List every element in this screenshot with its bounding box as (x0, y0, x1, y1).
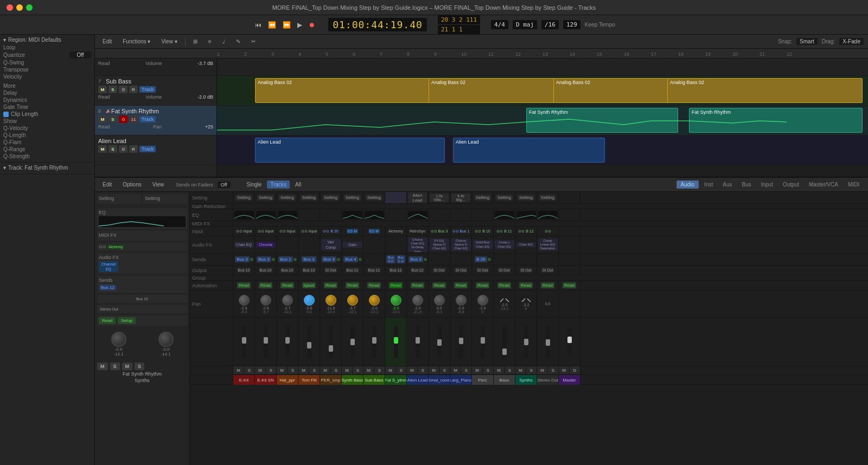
out-6[interactable]: Bus 11 (342, 266, 363, 275)
solo-btn-13[interactable]: S (505, 366, 515, 374)
fx-13[interactable]: Comp xChan EQ (494, 236, 515, 253)
knob-10[interactable]: 0.0 -9.1 (429, 290, 450, 317)
send-1[interactable]: Bus 3⊙ (233, 254, 255, 265)
clip-checkbox[interactable] (3, 112, 9, 117)
fader-10[interactable] (429, 318, 450, 366)
solo-btn-7[interactable]: S (374, 366, 385, 374)
out-8[interactable]: Bus 12 (385, 266, 407, 275)
auto-12[interactable]: Read (472, 281, 494, 290)
mute-btn-11[interactable]: M (450, 366, 461, 374)
sends-off-btn[interactable]: Off (218, 182, 231, 188)
ch-label-5[interactable]: PER_smp (320, 375, 342, 385)
ch-label-3[interactable]: Hat_ppr (277, 375, 298, 385)
fader-3[interactable] (277, 318, 298, 366)
out-14[interactable]: St Out (515, 266, 537, 275)
tracks-btn[interactable]: Tracks (267, 180, 290, 189)
all-btn[interactable]: All (292, 180, 304, 189)
mute-btn-3[interactable]: M (277, 366, 288, 374)
solo-btn-9[interactable]: S (418, 366, 428, 374)
mixer-edit-menu[interactable]: Edit (99, 180, 115, 189)
inspector-track-header[interactable]: ▾ Track: Fat Synth Rhythm (3, 165, 91, 171)
input-2[interactable]: ⊙⊙ Input (255, 227, 277, 236)
send-11[interactable] (450, 254, 472, 265)
out-2[interactable]: Bus 10 (255, 266, 277, 275)
ls-pan-knob-2[interactable] (158, 332, 174, 347)
time-display[interactable]: 01:00:44:19.40 (328, 18, 427, 31)
functions-menu[interactable]: Functions ▾ (119, 37, 154, 46)
ch-label-7[interactable]: Sub Bass (363, 375, 385, 385)
keep-tempo-label[interactable]: Keep Tempo (585, 22, 615, 28)
knob-7[interactable]: -2.0 -13.1 (363, 290, 385, 317)
time-sig[interactable]: 4/4 (491, 20, 508, 29)
ch-label-10[interactable]: Smal_room (429, 375, 450, 385)
edit-menu[interactable]: Edit (99, 37, 115, 46)
mute-btn-4[interactable]: M (298, 366, 309, 374)
auto-16[interactable]: Read (559, 281, 580, 290)
fat-synth-region-2[interactable]: Fat Synth Rhythm (689, 108, 863, 133)
knob-12[interactable]: -2.0 0 (472, 290, 494, 317)
knob-5[interactable]: -11.8 -10.3 (320, 290, 342, 317)
mute-btn-14[interactable]: M (515, 366, 526, 374)
ch-setting-11[interactable]: Setting (515, 192, 537, 203)
solo-btn-5[interactable]: S (331, 366, 341, 374)
pan-knob-3[interactable] (282, 295, 293, 306)
drag-value[interactable]: X-Fade (839, 38, 864, 45)
solo-btn-2[interactable]: S (266, 366, 276, 374)
mute-btn-10[interactable]: M (429, 366, 439, 374)
mute-btn-15[interactable]: M (537, 366, 548, 374)
out-12[interactable]: St Out (472, 266, 494, 275)
pan-knob-8[interactable] (391, 295, 401, 306)
ch-label-16[interactable]: Master (559, 375, 580, 385)
tempo-display[interactable]: 129 (563, 20, 580, 29)
auto-9[interactable]: Read (407, 281, 429, 290)
out-9[interactable]: Bus 12 (407, 266, 429, 275)
input-1[interactable]: ⊙⊙ Input (233, 227, 255, 236)
bus-tab[interactable]: Bus (737, 180, 755, 189)
ch-label-1[interactable]: E-Kit (233, 375, 255, 385)
solo-btn-6[interactable]: S (353, 366, 363, 374)
view-menu[interactable]: View ▾ (158, 37, 180, 46)
pan-knob-10[interactable] (434, 295, 445, 306)
auto-8[interactable]: Read (385, 281, 407, 290)
fx-12[interactable]: Solid Bus Chan EQ (472, 236, 494, 253)
sub-bass-lane[interactable]: Analog Bass 02 Analog Bass 02 Analog Bas… (217, 76, 868, 106)
alien-lead-rec[interactable]: ⊙ (119, 145, 127, 153)
fader-15[interactable] (537, 318, 559, 366)
ls-channel-eq-fx[interactable]: Channel EQ (99, 261, 118, 272)
out-3[interactable]: Bus 10 (277, 266, 298, 275)
back-button[interactable]: ⏪ (266, 20, 278, 30)
knob-4[interactable]: -5.6 0.0 (298, 290, 320, 317)
send-2[interactable]: Bus 3⊙ (255, 254, 277, 265)
fat-synth-mode[interactable]: Track (139, 116, 156, 122)
division-display[interactable]: /16 (541, 20, 559, 29)
knob-2[interactable]: -2.8 -9.7 (255, 290, 277, 317)
piano-view-btn[interactable]: ♩ (219, 37, 228, 46)
input-15[interactable]: ⊙⊙ (537, 227, 559, 236)
send-15[interactable] (537, 254, 559, 265)
solo-btn-1[interactable]: S (244, 366, 254, 374)
fader-strip-5[interactable] (329, 326, 333, 358)
alien-lead-region-1[interactable]: Alien Lead (255, 138, 445, 163)
ch-label-13[interactable]: Bass (494, 375, 515, 385)
fat-synth-region-1[interactable]: Fat Synth Rhythm (526, 108, 678, 133)
out-16[interactable] (559, 266, 580, 275)
solo-btn-10[interactable]: S (439, 366, 450, 374)
pan-knob-9[interactable] (412, 295, 423, 306)
alien-lead-mode[interactable]: Track (139, 146, 156, 152)
auto-2[interactable]: Read (255, 281, 277, 290)
out-7[interactable]: Bus 11 (363, 266, 385, 275)
auto-4[interactable]: lqaud (298, 281, 320, 290)
pan-knob-4[interactable] (304, 295, 315, 306)
pencil-btn[interactable]: ✎ (233, 37, 244, 46)
mute-btn-2[interactable]: M (255, 366, 266, 374)
ls-bus12-send[interactable]: Bus 12 (99, 285, 116, 290)
ch-label-2[interactable]: E-Kit SN (255, 375, 277, 385)
fader-8[interactable] (385, 318, 407, 366)
fx-15[interactable]: CompLinear EQSaturation (537, 236, 559, 253)
fader-strip-1[interactable] (242, 326, 246, 358)
fx-11[interactable]: ChorusSpace DChan EQ (450, 236, 472, 253)
knob-13[interactable]: -2.0 -14.1 (494, 290, 515, 317)
ls-mute-2[interactable]: M (122, 363, 133, 370)
mute-btn-6[interactable]: M (342, 366, 353, 374)
send-12[interactable]: B 20⊙ (472, 254, 494, 265)
